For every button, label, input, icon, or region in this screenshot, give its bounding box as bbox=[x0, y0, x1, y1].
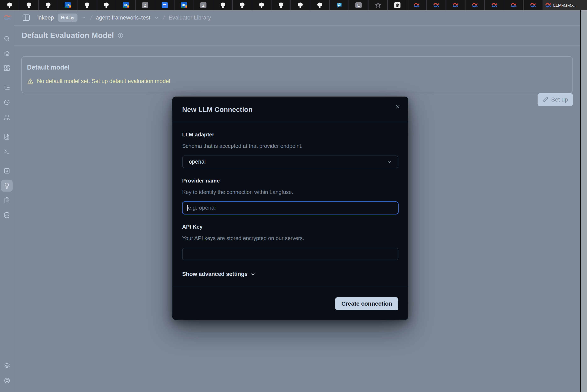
breadcrumb-bar: inkeep Hobby / agent-framework=test / Ev… bbox=[14, 10, 580, 26]
browser-tab[interactable] bbox=[97, 0, 116, 10]
show-advanced-settings-toggle[interactable]: Show advanced settings bbox=[182, 271, 256, 278]
browser-tab[interactable] bbox=[233, 0, 252, 10]
advanced-toggle-label: Show advanced settings bbox=[182, 271, 248, 278]
create-connection-button[interactable]: Create connection bbox=[335, 297, 398, 310]
llm-adapter-field: LLM adapter Schema that is accepted at t… bbox=[182, 132, 398, 168]
breadcrumb-separator: / bbox=[90, 14, 93, 21]
browser-tab[interactable] bbox=[407, 0, 427, 10]
dialog-footer: Create connection bbox=[172, 287, 408, 320]
browser-tab[interactable] bbox=[271, 0, 291, 10]
sidebar-item-settings[interactable] bbox=[1, 360, 13, 372]
docs-favicon-icon bbox=[162, 2, 168, 8]
sidebar-item-annotation[interactable] bbox=[1, 194, 13, 206]
set-up-button[interactable]: Set up bbox=[537, 93, 573, 106]
pencil-icon bbox=[542, 97, 548, 102]
sidebar-item-search[interactable] bbox=[1, 32, 13, 45]
browser-tab[interactable] bbox=[0, 0, 19, 10]
warning-triangle-icon bbox=[27, 78, 34, 84]
sidebar-item-tracing[interactable] bbox=[1, 82, 13, 94]
sidebar-item-prompts[interactable] bbox=[1, 130, 13, 143]
chevron-down-icon bbox=[386, 159, 393, 165]
z-favicon-icon: Z bbox=[142, 2, 148, 8]
dialog-body: LLM adapter Schema that is accepted at t… bbox=[172, 122, 408, 278]
browser-tab[interactable] bbox=[78, 0, 97, 10]
sidebar-item-support[interactable] bbox=[1, 374, 13, 386]
browser-tab[interactable] bbox=[427, 0, 446, 10]
page-content: Default model No default model set. Set … bbox=[14, 46, 580, 93]
browser-tab[interactable] bbox=[19, 0, 39, 10]
breadcrumb-project[interactable]: agent-framework=test bbox=[96, 14, 150, 21]
chevron-down-icon[interactable] bbox=[154, 15, 159, 20]
langfuse-logo-icon bbox=[3, 14, 11, 20]
page-title-row: Default Evaluation Model bbox=[14, 26, 580, 46]
default-model-card: Default model No default model set. Set … bbox=[21, 56, 573, 93]
sidebar-item-sessions[interactable] bbox=[1, 96, 13, 108]
close-icon[interactable] bbox=[394, 103, 402, 111]
browser-tab[interactable] bbox=[252, 0, 271, 10]
llm-adapter-label: LLM adapter bbox=[182, 132, 398, 138]
github-favicon-icon bbox=[297, 2, 303, 8]
browser-tab[interactable] bbox=[213, 0, 233, 10]
sidebar-bottom-nav bbox=[0, 360, 14, 386]
github-favicon-icon bbox=[45, 2, 51, 8]
browser-tab[interactable]: 31 bbox=[58, 0, 78, 10]
card-title: Default model bbox=[27, 64, 567, 71]
browser-tab[interactable]: 31 bbox=[175, 0, 194, 10]
browser-tab[interactable] bbox=[330, 0, 349, 10]
sidebar-item-llm-judge[interactable] bbox=[1, 180, 13, 192]
breadcrumb-separator: / bbox=[162, 14, 166, 21]
browser-tab[interactable] bbox=[155, 0, 175, 10]
langfuse-favicon-icon bbox=[545, 2, 551, 8]
dialog-title: New LLM Connection bbox=[172, 96, 408, 114]
github-favicon-icon bbox=[278, 2, 284, 8]
llm-adapter-value: openai bbox=[189, 159, 386, 165]
browser-tab[interactable] bbox=[485, 0, 504, 10]
github-favicon-icon bbox=[258, 2, 265, 8]
chat-favicon-icon bbox=[336, 2, 342, 8]
llm-adapter-select[interactable]: openai bbox=[182, 156, 398, 168]
browser-tab[interactable] bbox=[39, 0, 58, 10]
provider-name-input[interactable] bbox=[182, 202, 398, 214]
github-favicon-icon bbox=[239, 2, 245, 8]
z-favicon-icon: Z bbox=[200, 2, 207, 8]
github-favicon-icon bbox=[103, 2, 110, 8]
browser-tab[interactable]: Z bbox=[194, 0, 213, 10]
sidebar-item-playground[interactable] bbox=[1, 145, 13, 158]
chevron-down-icon[interactable] bbox=[81, 15, 87, 20]
browser-tab[interactable] bbox=[368, 0, 388, 10]
browser-tab[interactable]: L bbox=[349, 0, 368, 10]
api-key-label: API Key bbox=[182, 224, 398, 230]
langfuse-favicon-icon bbox=[452, 2, 459, 8]
sidebar-item-evaluation[interactable] bbox=[1, 165, 13, 177]
breadcrumb-org[interactable]: inkeep bbox=[37, 14, 54, 21]
langfuse-favicon-icon bbox=[433, 2, 439, 8]
sidebar-item-users[interactable] bbox=[1, 111, 13, 123]
browser-tab[interactable] bbox=[310, 0, 330, 10]
github-favicon-icon bbox=[26, 2, 32, 8]
browser-tab[interactable]: Z bbox=[136, 0, 155, 10]
browser-tab[interactable] bbox=[524, 0, 543, 10]
warning-text: No default model set. Set up default eva… bbox=[37, 78, 170, 84]
sidebar-item-home[interactable] bbox=[1, 47, 13, 60]
breadcrumb-section: Evaluator Library bbox=[169, 14, 211, 21]
sidebar-item-dashboard[interactable] bbox=[1, 62, 13, 74]
browser-tab[interactable] bbox=[504, 0, 523, 10]
background-window-strip bbox=[580, 10, 587, 392]
browser-tab[interactable] bbox=[388, 0, 407, 10]
svg-text:L: L bbox=[357, 3, 360, 7]
browser-tab[interactable]: 31 bbox=[116, 0, 136, 10]
plan-badge: Hobby bbox=[58, 14, 78, 22]
browser-tab[interactable] bbox=[291, 0, 310, 10]
browser-tab-active[interactable]: LLM-as-a-... bbox=[543, 0, 587, 10]
info-icon[interactable] bbox=[117, 32, 124, 38]
svg-text:31: 31 bbox=[182, 4, 186, 7]
github-favicon-icon bbox=[84, 2, 90, 8]
app-sidebar bbox=[0, 10, 14, 392]
provider-name-description: Key to identify the connection within La… bbox=[182, 189, 398, 196]
browser-tab[interactable] bbox=[446, 0, 465, 10]
no-default-model-warning: No default model set. Set up default eva… bbox=[27, 78, 567, 84]
sidebar-toggle-icon[interactable] bbox=[22, 13, 31, 22]
api-key-input[interactable] bbox=[182, 248, 398, 260]
browser-tab[interactable] bbox=[465, 0, 485, 10]
sidebar-item-datasets[interactable] bbox=[1, 209, 13, 221]
